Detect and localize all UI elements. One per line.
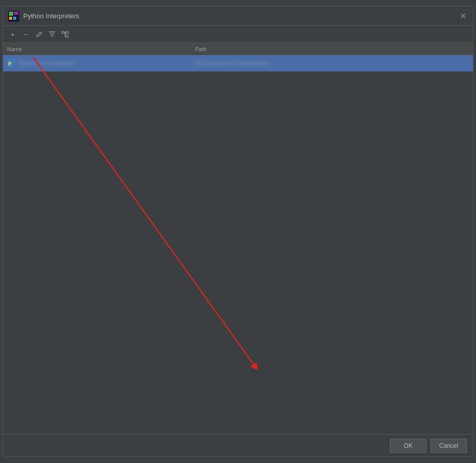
svg-text:P: P (8, 61, 12, 67)
filter-icon (49, 31, 56, 37)
name-header: Name (3, 43, 191, 55)
title-bar-left: Python Interpreters (8, 11, 80, 22)
python-icon: P (7, 59, 15, 67)
svg-rect-7 (66, 35, 68, 37)
svg-rect-1 (9, 12, 13, 16)
interpreter-row[interactable]: P Python 3.x virtualenv /home/user/venv/… (3, 55, 473, 71)
list-header: Name Path (3, 43, 473, 55)
tree-icon (61, 31, 69, 38)
interpreter-list: Name Path P Python 3.x virtualenv /home/… (3, 43, 473, 71)
svg-rect-2 (9, 17, 12, 20)
close-button[interactable]: ✕ (458, 11, 468, 21)
dialog-title: Python Interpreters (23, 12, 80, 20)
title-bar: Python Interpreters ✕ (3, 7, 473, 26)
toolbar: + − (3, 26, 473, 43)
add-button[interactable]: + (7, 29, 18, 40)
path-header: Path (191, 43, 473, 55)
interpreter-path: /home/user/venv/bin/python (195, 60, 269, 67)
cancel-button[interactable]: Cancel (430, 439, 467, 453)
interpreter-path-cell: /home/user/venv/bin/python (191, 55, 473, 71)
annotation-arrow (3, 43, 473, 434)
edit-icon (35, 31, 43, 38)
edit-button[interactable] (33, 29, 45, 40)
svg-rect-6 (66, 31, 68, 33)
remove-button[interactable]: − (20, 29, 31, 40)
svg-rect-5 (62, 31, 64, 33)
svg-rect-3 (13, 17, 16, 20)
interpreter-name-cell: P Python 3.x virtualenv (3, 55, 191, 71)
svg-line-10 (33, 57, 256, 367)
svg-rect-4 (14, 12, 18, 15)
filter-button[interactable] (47, 29, 58, 40)
interpreter-name: Python 3.x virtualenv (18, 60, 74, 67)
python-interpreters-dialog: Python Interpreters ✕ + − (3, 6, 473, 457)
tree-button[interactable] (60, 29, 71, 40)
ok-button[interactable]: OK (390, 439, 426, 453)
footer: OK Cancel (3, 434, 473, 456)
pycharm-icon (8, 11, 19, 22)
content-area: Name Path P Python 3.x virtualenv /home/… (3, 43, 473, 434)
